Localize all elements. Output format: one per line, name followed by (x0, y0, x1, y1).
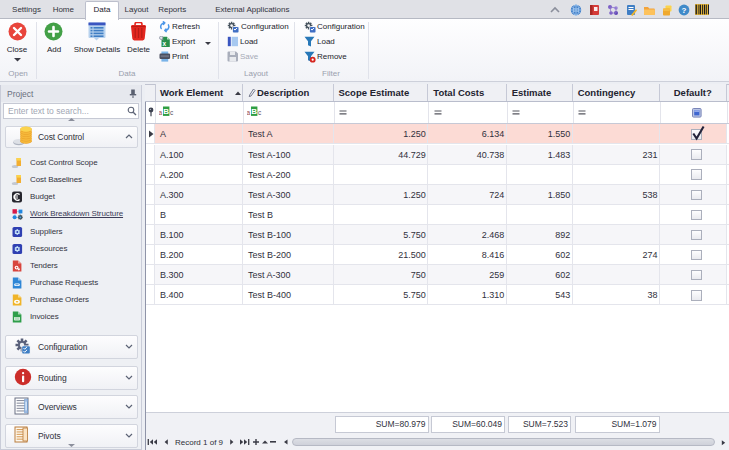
svg-text:a: a (159, 109, 163, 116)
svg-text:?: ? (682, 6, 687, 15)
svg-text:B: B (251, 107, 257, 116)
svg-text:x: x (162, 40, 166, 47)
svg-text:a: a (247, 109, 251, 116)
svg-text:c: c (170, 109, 174, 116)
svg-text:c: c (258, 109, 262, 116)
svg-text:B: B (163, 107, 169, 116)
